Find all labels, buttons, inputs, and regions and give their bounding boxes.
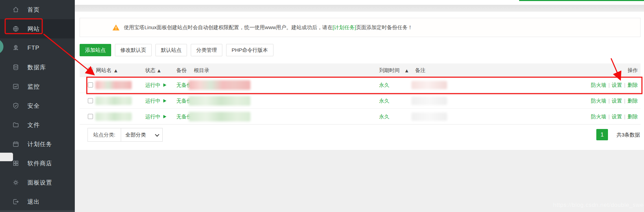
sidebar-item-label: 文件 [27, 121, 40, 129]
sidebar-item-websites[interactable]: 网站 [0, 19, 75, 38]
chevron-down-icon [155, 132, 160, 137]
home-icon [12, 6, 19, 13]
play-icon [163, 99, 166, 103]
header-root-dir: 根目录 [194, 63, 209, 77]
settings-link[interactable]: 设置 [612, 98, 622, 104]
status-text: 运行中 [145, 77, 161, 93]
play-icon [163, 115, 166, 118]
row-checkbox[interactable] [88, 114, 93, 119]
sort-up-icon[interactable]: ▲ [156, 64, 162, 78]
page: 首页 网站 FTP 数据库 监控 [0, 0, 644, 212]
settings-link[interactable]: 设置 [612, 114, 622, 119]
firewall-link[interactable]: 防火墙 [591, 82, 606, 88]
sidebar-item-label: 首页 [27, 6, 40, 14]
ftp-icon [12, 45, 19, 51]
calendar-icon [12, 141, 19, 148]
total-count-text: 共3条数据 [617, 129, 640, 140]
redacted-root-dir [189, 112, 250, 121]
sidebar-item-label: 数据库 [27, 63, 46, 71]
header-expire-time[interactable]: 到期时间 [379, 63, 400, 77]
partial-tooltip [0, 153, 13, 161]
sidebar-item-label: 监控 [27, 83, 40, 91]
play-icon [163, 83, 166, 87]
redacted-remark [411, 97, 447, 105]
sidebar-item-label: FTP [27, 45, 39, 51]
header-site-name[interactable]: 网站名 [96, 63, 112, 77]
csdn-watermark: https://blog.csdn.net/double_sweet1 [553, 202, 644, 209]
expire-cell[interactable]: 永久 [379, 109, 389, 125]
notice-text-before: 使用宝塔Linux面板创建站点时会自动创建权限配置，统一使用www用户。建站成功… [124, 24, 332, 30]
sidebar-item-label: 计划任务 [27, 140, 52, 148]
default-site-button[interactable]: 默认站点 [155, 44, 187, 56]
redacted-site-name [95, 113, 132, 121]
main-panel: 使用宝塔Linux面板创建站点时会自动创建权限配置，统一使用www用户。建站成功… [75, 12, 644, 150]
delete-link[interactable]: 删除 [628, 82, 638, 88]
redacted-remark [411, 81, 447, 89]
action-separator: | [608, 82, 610, 88]
sidebar-item-ftp[interactable]: FTP [0, 38, 75, 58]
row-actions: 防火墙|设置|删除 [591, 109, 638, 125]
select-all-checkbox[interactable] [88, 68, 93, 73]
sidebar-item-cron[interactable]: 计划任务 [0, 134, 75, 154]
sidebar-item-label: 安全 [27, 102, 40, 110]
row-checkbox[interactable] [88, 98, 93, 103]
sidebar-item-logout[interactable]: 退出 [0, 192, 75, 211]
sidebar-item-label: 退出 [27, 198, 40, 206]
sort-up-icon[interactable]: ▲ [113, 64, 118, 78]
site-category-group: 站点分类: 全部分类 [87, 128, 163, 142]
top-shadow [75, 5, 644, 12]
action-separator: | [608, 98, 610, 104]
redacted-remark [411, 113, 447, 121]
modify-default-page-button[interactable]: 修改默认页 [115, 44, 152, 56]
sidebar-item-home[interactable]: 首页 [0, 0, 75, 19]
redacted-site-name [95, 81, 132, 89]
sidebar-item-files[interactable]: 文件 [0, 115, 75, 134]
expire-cell[interactable]: 永久 [379, 77, 389, 93]
monitor-icon [12, 83, 19, 90]
header-remark: 备注 [415, 63, 425, 77]
php-cli-version-button[interactable]: PHP命令行版本 [226, 44, 273, 56]
toolbar: 添加站点 修改默认页 默认站点 分类管理 PHP命令行版本 [80, 44, 273, 56]
status-cell[interactable]: 运行中 [145, 93, 166, 109]
status-cell[interactable]: 运行中 [145, 77, 166, 93]
redacted-root-dir [189, 80, 250, 90]
database-icon [12, 64, 19, 71]
firewall-link[interactable]: 防火墙 [591, 114, 606, 119]
pagination-page-1[interactable]: 1 [596, 129, 608, 140]
sidebar-item-panel-settings[interactable]: 面板设置 [0, 173, 75, 192]
table-row: 运行中 无备份 永久 防火墙|设置|删除 [80, 109, 641, 125]
delete-link[interactable]: 删除 [628, 98, 638, 104]
redacted-root-dir [189, 96, 250, 106]
status-text: 运行中 [145, 109, 161, 125]
category-manage-button[interactable]: 分类管理 [191, 44, 222, 56]
warning-icon [112, 24, 120, 31]
site-category-label: 站点分类: [87, 128, 121, 142]
shield-icon [12, 102, 19, 109]
settings-link[interactable]: 设置 [612, 82, 622, 88]
header-status[interactable]: 状态 [145, 63, 155, 77]
sidebar-item-security[interactable]: 安全 [0, 96, 75, 115]
row-actions: 防火墙|设置|删除 [591, 93, 638, 109]
sidebar-item-monitor[interactable]: 监控 [0, 77, 75, 96]
status-text: 运行中 [145, 93, 161, 109]
sidebar-item-label: 网站 [27, 25, 40, 33]
delete-link[interactable]: 删除 [628, 114, 638, 119]
header-action: 操作 [628, 63, 638, 77]
folder-icon [12, 121, 19, 128]
expire-cell[interactable]: 永久 [379, 93, 389, 109]
action-separator: | [608, 114, 610, 119]
sidebar-bottom-strip [0, 210, 75, 212]
row-checkbox[interactable] [88, 82, 93, 87]
header-backup: 备份 [176, 63, 187, 77]
table-row: 运行中 无备份 永久 防火墙|设置|删除 [80, 77, 641, 93]
notice-text-after: 页面添加定时备份任务！ [356, 24, 413, 30]
site-category-select[interactable]: 全部分类 [121, 128, 163, 142]
grid-icon [12, 160, 19, 167]
firewall-link[interactable]: 防火墙 [591, 98, 606, 104]
action-separator: | [624, 82, 625, 88]
status-cell[interactable]: 运行中 [145, 109, 166, 125]
sort-up-icon[interactable]: ▲ [404, 64, 409, 78]
sidebar-item-database[interactable]: 数据库 [0, 58, 75, 77]
add-site-button[interactable]: 添加站点 [80, 44, 111, 56]
cron-page-link[interactable]: [计划任务] [332, 24, 356, 30]
